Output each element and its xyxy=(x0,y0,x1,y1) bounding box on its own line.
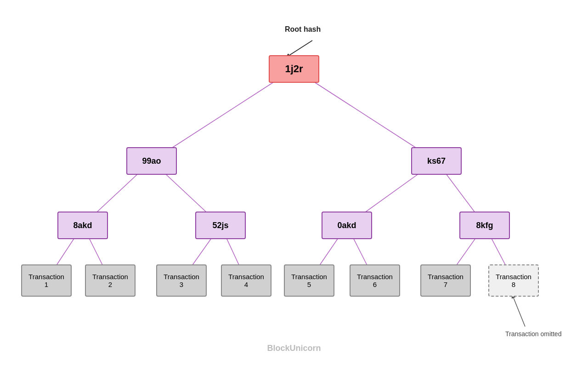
node-tx5: Transaction5 xyxy=(284,264,334,297)
node-l3_1: 8akd xyxy=(57,212,108,239)
node-tx4: Transaction4 xyxy=(221,264,271,297)
node-l2_right: ks67 xyxy=(411,147,462,175)
node-tx7: Transaction7 xyxy=(420,264,471,297)
transaction-omitted-label: Transaction omitted xyxy=(505,330,561,338)
node-tx1: Transaction1 xyxy=(21,264,72,297)
root-hash-label: Root hash xyxy=(285,25,321,34)
node-root: 1j2r xyxy=(269,55,319,83)
node-l2_left: 99ao xyxy=(126,147,177,175)
node-tx6: Transaction6 xyxy=(350,264,400,297)
node-tx8: Transaction8 xyxy=(488,264,539,297)
diagram: Root hashTransaction omittedBlockUnicorn… xyxy=(0,0,588,367)
svg-line-17 xyxy=(289,40,312,55)
node-l3_2: 52js xyxy=(195,212,246,239)
node-tx2: Transaction2 xyxy=(85,264,136,297)
watermark: BlockUnicorn xyxy=(267,344,321,353)
node-l3_3: 0akd xyxy=(322,212,372,239)
svg-line-16 xyxy=(514,298,525,327)
node-tx3: Transaction3 xyxy=(156,264,207,297)
node-l3_4: 8kfg xyxy=(459,212,510,239)
